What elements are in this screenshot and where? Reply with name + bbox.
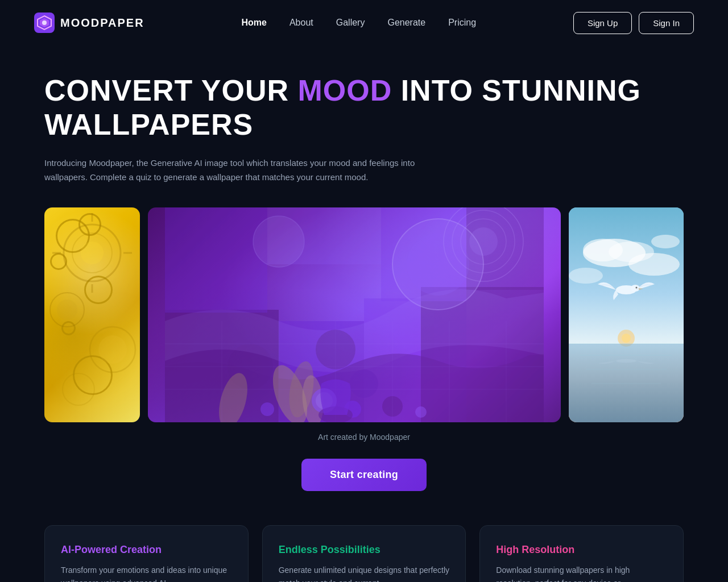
navbar: MOODPAPER Home About Gallery Generate Pr… (0, 0, 728, 45)
svg-point-26 (253, 216, 304, 267)
gallery-caption: Art created by Moodpaper (0, 433, 728, 442)
nav-item-gallery[interactable]: Gallery (336, 18, 365, 28)
svg-point-70 (636, 286, 638, 288)
feature-desc-ai: Transform your emotions and ideas into u… (61, 564, 232, 582)
cta-container: Start creating (0, 459, 728, 491)
signin-button[interactable]: Sign In (639, 12, 694, 34)
purple-art-svg (148, 207, 561, 422)
svg-point-6 (81, 242, 104, 264)
nav-item-about[interactable]: About (289, 18, 313, 28)
start-creating-button[interactable]: Start creating (301, 459, 427, 491)
signup-button[interactable]: Sign Up (573, 12, 632, 34)
svg-point-3 (42, 20, 47, 25)
sky-art (569, 207, 684, 422)
svg-point-59 (569, 268, 603, 284)
hero-title-accent: MOOD (297, 74, 392, 107)
svg-point-37 (260, 402, 274, 416)
sky-art-svg (569, 207, 684, 422)
svg-point-43 (469, 227, 498, 256)
nav-link-pricing[interactable]: Pricing (448, 18, 476, 27)
svg-rect-20 (165, 207, 267, 313)
purple-art (148, 207, 561, 422)
feature-title-hires: High Resolution (496, 544, 667, 556)
gallery-image-purple (148, 207, 561, 422)
svg-point-11 (63, 373, 94, 405)
gallery-image-sky (569, 207, 684, 422)
svg-rect-63 (569, 344, 684, 422)
hero-description: Introducing Moodpaper, the Generative AI… (44, 156, 431, 185)
brand-name: MOODPAPER (60, 16, 144, 30)
svg-point-62 (622, 334, 631, 343)
svg-point-39 (415, 406, 427, 418)
purple-shapes (148, 207, 561, 422)
brand-logo[interactable]: MOODPAPER (34, 13, 144, 33)
svg-point-25 (407, 233, 469, 296)
feature-desc-hires: Download stunning wallpapers in high res… (496, 564, 667, 582)
gear-pattern-svg (44, 207, 140, 422)
hero-title: CONVERT YOUR MOOD INTO STUNNING WALLPAPE… (44, 74, 684, 142)
nav-link-gallery[interactable]: Gallery (336, 18, 365, 27)
nav-item-pricing[interactable]: Pricing (448, 18, 476, 28)
svg-point-58 (628, 253, 680, 276)
svg-point-60 (651, 235, 680, 248)
nav-actions: Sign Up Sign In (573, 12, 694, 34)
feature-title-endless: Endless Possibilities (279, 544, 450, 556)
nav-item-home[interactable]: Home (241, 18, 266, 28)
gallery-row (44, 207, 684, 422)
nav-link-about[interactable]: About (289, 18, 313, 27)
feature-card-ai: AI-Powered Creation Transform your emoti… (44, 525, 249, 582)
feature-card-hires: High Resolution Download stunning wallpa… (479, 525, 684, 582)
feature-title-ai: AI-Powered Creation (61, 544, 232, 556)
nav-links: Home About Gallery Generate Pricing (241, 18, 476, 28)
hero-title-prefix: CONVERT YOUR (44, 74, 297, 107)
logo-icon (34, 13, 55, 33)
yellow-art (44, 207, 140, 422)
svg-point-8 (57, 300, 77, 320)
feature-card-endless: Endless Possibilities Generate unlimited… (262, 525, 466, 582)
features-section: AI-Powered Creation Transform your emoti… (44, 525, 684, 582)
nav-item-generate[interactable]: Generate (387, 18, 425, 28)
gallery-image-yellow (44, 207, 140, 422)
nav-link-home[interactable]: Home (241, 18, 266, 27)
svg-point-71 (616, 359, 636, 362)
nav-link-generate[interactable]: Generate (387, 18, 425, 27)
svg-point-10 (98, 335, 127, 364)
hero-section: CONVERT YOUR MOOD INTO STUNNING WALLPAPE… (0, 45, 728, 185)
feature-desc-endless: Generate unlimited unique designs that p… (279, 564, 450, 582)
